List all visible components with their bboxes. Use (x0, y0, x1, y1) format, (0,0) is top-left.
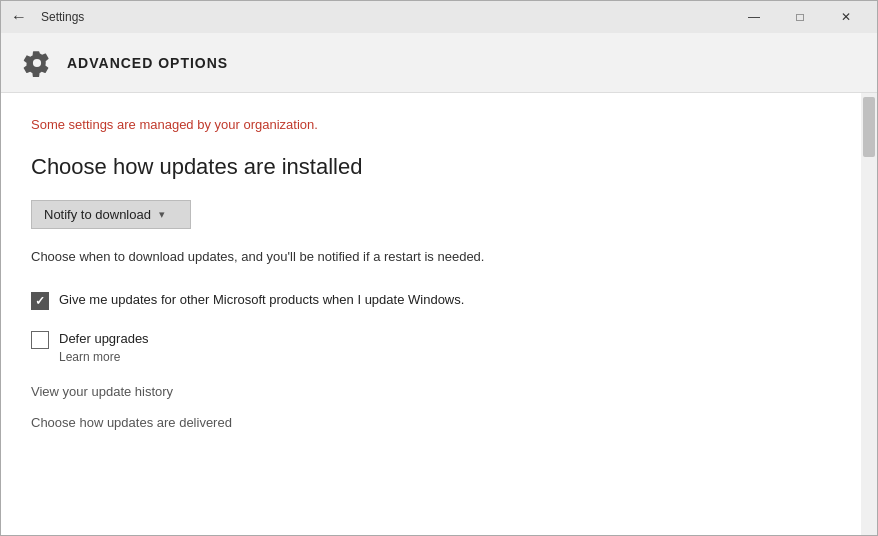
learn-more-link[interactable]: Learn more (59, 350, 149, 364)
window-title: Settings (41, 10, 84, 24)
scrollbar-thumb[interactable] (863, 97, 875, 157)
update-description: Choose when to download updates, and you… (31, 247, 847, 267)
update-mode-dropdown[interactable]: Notify to download ▾ (31, 200, 191, 229)
microsoft-updates-label: Give me updates for other Microsoft prod… (59, 291, 464, 309)
gear-icon (21, 47, 53, 79)
update-history-link[interactable]: View your update history (31, 384, 847, 399)
defer-upgrades-checkbox[interactable] (31, 331, 49, 349)
microsoft-updates-checkbox[interactable] (31, 292, 49, 310)
window: ← Settings — □ ✕ ADVANCED OPTIONS Some s… (0, 0, 878, 536)
title-bar-controls: — □ ✕ (731, 1, 869, 33)
defer-upgrades-row: Defer upgrades Learn more (31, 330, 847, 364)
title-bar: ← Settings — □ ✕ (1, 1, 877, 33)
maximize-button[interactable]: □ (777, 1, 823, 33)
microsoft-updates-row: Give me updates for other Microsoft prod… (31, 291, 847, 310)
main-content: Some settings are managed by your organi… (1, 93, 877, 535)
page-header: ADVANCED OPTIONS (1, 33, 877, 93)
close-button[interactable]: ✕ (823, 1, 869, 33)
dropdown-label: Notify to download (44, 207, 151, 222)
defer-upgrades-section: Defer upgrades Learn more (31, 330, 847, 364)
defer-upgrades-label: Defer upgrades (59, 331, 149, 346)
minimize-button[interactable]: — (731, 1, 777, 33)
page-header-title: ADVANCED OPTIONS (67, 55, 228, 71)
section-title: Choose how updates are installed (31, 154, 847, 180)
dropdown-arrow-icon: ▾ (159, 208, 165, 221)
org-notice: Some settings are managed by your organi… (31, 117, 847, 132)
back-button[interactable]: ← (5, 3, 33, 31)
title-bar-left: ← Settings (5, 3, 84, 31)
delivery-options-link[interactable]: Choose how updates are delivered (31, 415, 847, 430)
scrollbar-track[interactable] (861, 93, 877, 535)
